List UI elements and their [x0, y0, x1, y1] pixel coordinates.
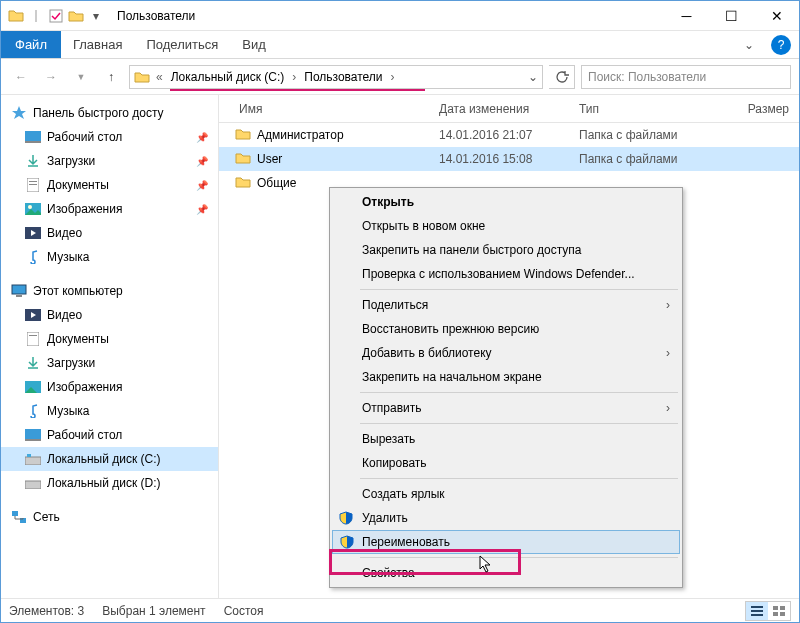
sidebar-item-videos[interactable]: Видео — [1, 221, 218, 245]
file-date: 14.01.2016 15:08 — [439, 152, 579, 166]
ctx-open-new-window[interactable]: Открыть в новом окне — [332, 214, 680, 238]
svg-rect-27 — [780, 606, 785, 610]
window-controls: ─ ☐ ✕ — [664, 1, 799, 31]
explorer-window: ▾ Пользователи ─ ☐ ✕ Файл Главная Подели… — [0, 0, 800, 623]
svg-rect-13 — [27, 332, 39, 346]
pin-icon: 📌 — [196, 156, 208, 167]
downloads-icon — [25, 153, 41, 169]
ctx-share[interactable]: Поделиться› — [332, 293, 680, 317]
large-icons-view-icon[interactable] — [768, 602, 790, 620]
minimize-button[interactable]: ─ — [664, 1, 709, 31]
ctx-defender-scan[interactable]: Проверка с использованием Windows Defend… — [332, 262, 680, 286]
ctx-pin-quick-access[interactable]: Закрепить на панели быстрого доступа — [332, 238, 680, 262]
sidebar-item-drive-d[interactable]: Локальный диск (D:) — [1, 471, 218, 495]
breadcrumb-folder[interactable]: Пользователи — [302, 70, 384, 84]
breadcrumb-drive[interactable]: Локальный диск (C:) — [169, 70, 287, 84]
svg-rect-6 — [29, 184, 37, 185]
sidebar-item-documents[interactable]: Документы — [1, 327, 218, 351]
qat-customize-icon[interactable]: ▾ — [87, 7, 105, 25]
refresh-button[interactable] — [549, 65, 575, 89]
up-button[interactable]: ↑ — [99, 65, 123, 89]
forward-button[interactable]: → — [39, 65, 63, 89]
desktop-icon — [25, 129, 41, 145]
ctx-add-to-library[interactable]: Добавить в библиотеку› — [332, 341, 680, 365]
sidebar-item-videos[interactable]: Видео — [1, 303, 218, 327]
column-size[interactable]: Размер — [719, 102, 799, 116]
network-header[interactable]: Сеть — [1, 505, 218, 529]
address-dropdown-icon[interactable]: ⌄ — [528, 70, 538, 84]
table-row[interactable]: User14.01.2016 15:08Папка с файлами — [219, 147, 799, 171]
desktop-icon — [25, 427, 41, 443]
music-icon — [25, 403, 41, 419]
ctx-restore-version[interactable]: Восстановить прежнюю версию — [332, 317, 680, 341]
back-button[interactable]: ← — [9, 65, 33, 89]
music-icon — [25, 249, 41, 265]
sidebar-item-pictures[interactable]: Изображения — [1, 375, 218, 399]
quick-access-header[interactable]: Панель быстрого досту — [1, 101, 218, 125]
sidebar-item-pictures[interactable]: Изображения📌 — [1, 197, 218, 221]
shield-icon — [338, 510, 354, 526]
ribbon-tab-view[interactable]: Вид — [230, 31, 278, 58]
sidebar-item-music[interactable]: Музыка — [1, 399, 218, 423]
ctx-copy[interactable]: Копировать — [332, 451, 680, 475]
file-tab[interactable]: Файл — [1, 31, 61, 58]
ctx-open[interactable]: Открыть — [332, 190, 680, 214]
folder-icon — [235, 127, 251, 143]
new-folder-icon[interactable] — [67, 7, 85, 25]
expand-ribbon-icon[interactable]: ⌄ — [735, 31, 763, 58]
maximize-button[interactable]: ☐ — [709, 1, 754, 31]
status-bar: Элементов: 3 Выбран 1 элемент Состоя — [1, 598, 799, 622]
sidebar-item-downloads[interactable]: Загрузки — [1, 351, 218, 375]
quick-access-toolbar: ▾ — [1, 7, 111, 25]
svg-rect-0 — [35, 10, 37, 22]
ribbon-tab-share[interactable]: Поделиться — [134, 31, 230, 58]
svg-rect-25 — [751, 614, 763, 616]
column-name[interactable]: Имя — [219, 102, 439, 116]
svg-rect-26 — [773, 606, 778, 610]
ctx-delete[interactable]: Удалить — [332, 506, 680, 530]
column-type[interactable]: Тип — [579, 102, 719, 116]
sidebar-item-desktop[interactable]: Рабочий стол — [1, 423, 218, 447]
help-icon[interactable]: ? — [771, 35, 791, 55]
properties-icon[interactable] — [47, 7, 65, 25]
ctx-properties[interactable]: Свойства — [332, 561, 680, 585]
documents-icon — [25, 177, 41, 193]
ctx-separator — [360, 289, 678, 290]
network-icon — [11, 509, 27, 525]
videos-icon — [25, 225, 41, 241]
sidebar-item-drive-c[interactable]: Локальный диск (C:) — [1, 447, 218, 471]
ctx-send-to[interactable]: Отправить› — [332, 396, 680, 420]
videos-icon — [25, 307, 41, 323]
ribbon-tabs: Файл Главная Поделиться Вид ⌄ ? — [1, 31, 799, 59]
ctx-create-shortcut[interactable]: Создать ярлык — [332, 482, 680, 506]
column-date[interactable]: Дата изменения — [439, 102, 579, 116]
svg-rect-21 — [12, 511, 18, 516]
sidebar-item-music[interactable]: Музыка — [1, 245, 218, 269]
qat-divider-icon — [27, 7, 45, 25]
status-item-count: Элементов: 3 — [9, 604, 84, 618]
ctx-rename[interactable]: Переименовать — [332, 530, 680, 554]
svg-rect-17 — [25, 439, 41, 441]
sidebar-item-downloads[interactable]: Загрузки📌 — [1, 149, 218, 173]
chevron-right-icon[interactable]: › — [389, 70, 397, 84]
ctx-pin-to-start[interactable]: Закрепить на начальном экране — [332, 365, 680, 389]
sidebar-item-documents[interactable]: Документы📌 — [1, 173, 218, 197]
recent-locations-icon[interactable]: ▼ — [69, 65, 93, 89]
close-button[interactable]: ✕ — [754, 1, 799, 31]
search-input[interactable]: Поиск: Пользователи — [581, 65, 791, 89]
pin-icon: 📌 — [196, 132, 208, 143]
ribbon-tab-home[interactable]: Главная — [61, 31, 134, 58]
file-date: 14.01.2016 21:07 — [439, 128, 579, 142]
column-headers: Имя Дата изменения Тип Размер — [219, 95, 799, 123]
chevron-right-icon[interactable]: › — [290, 70, 298, 84]
pin-icon: 📌 — [196, 204, 208, 215]
table-row[interactable]: Администратор14.01.2016 21:07Папка с фай… — [219, 123, 799, 147]
this-pc-header[interactable]: Этот компьютер — [1, 279, 218, 303]
details-view-icon[interactable] — [746, 602, 768, 620]
svg-rect-3 — [25, 141, 41, 143]
address-bar[interactable]: « Локальный диск (C:) › Пользователи › ⌄ — [129, 65, 543, 89]
sidebar-item-desktop[interactable]: Рабочий стол📌 — [1, 125, 218, 149]
file-type: Папка с файлами — [579, 152, 719, 166]
ctx-cut[interactable]: Вырезать — [332, 427, 680, 451]
computer-icon — [11, 283, 27, 299]
